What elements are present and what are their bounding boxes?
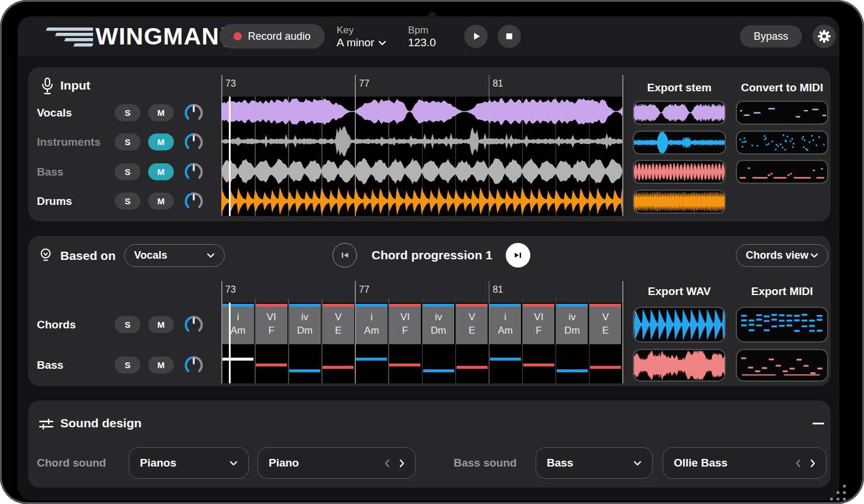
next-preset-icon[interactable] [399, 459, 404, 468]
chord-cell[interactable]: iAm [222, 307, 254, 344]
chord-category-dropdown[interactable]: Pianos [129, 447, 249, 479]
chevron-down-icon [207, 253, 215, 258]
chords-view-dropdown[interactable]: Chords view [736, 244, 828, 267]
export-midi-bassline-button[interactable] [736, 349, 828, 382]
solo-button-bassline[interactable]: S [115, 356, 140, 373]
previous-preset-icon[interactable] [796, 459, 801, 468]
track-label-instruments: Instruments [37, 136, 101, 149]
bass-note[interactable] [490, 358, 521, 361]
gain-knob-vocals[interactable] [184, 103, 204, 123]
export-stem-vocals-button[interactable] [633, 101, 726, 125]
export-stem-bass-button[interactable] [633, 160, 726, 184]
mute-button-bassline[interactable]: M [148, 356, 174, 373]
chord-cell[interactable]: VIF [523, 307, 554, 344]
chord-roman: VI [389, 311, 421, 324]
chord-roman: i [222, 311, 254, 324]
bar-number: 73 [225, 284, 236, 295]
chord-roman: iv [423, 311, 454, 324]
convert-midi-instruments-button[interactable] [736, 131, 828, 155]
stem-bass-waveform [634, 161, 725, 183]
bass-category-dropdown[interactable]: Bass [536, 447, 653, 479]
bass-note[interactable] [222, 358, 253, 361]
bass-note[interactable] [457, 366, 488, 369]
bass-note[interactable] [289, 369, 320, 372]
chord-cell[interactable]: ivDm [423, 307, 454, 344]
bpm-value[interactable]: 123.0 [408, 36, 436, 49]
stem-instruments-waveform [634, 132, 725, 153]
previous-preset-icon[interactable] [385, 459, 390, 468]
chord-cell[interactable]: iAm [356, 307, 388, 344]
convert-midi-bass-button[interactable] [736, 160, 828, 184]
bass-note[interactable] [423, 369, 454, 372]
playhead[interactable] [229, 303, 231, 383]
bass-note[interactable] [323, 366, 354, 369]
solo-button-vocals[interactable]: S [115, 104, 140, 121]
chord-name: Am [222, 324, 254, 338]
chord-roman: V [589, 311, 621, 324]
mute-button-instruments[interactable]: M [148, 133, 174, 150]
chord-preset-selector[interactable]: Piano [258, 447, 416, 479]
chord-name: Dm [556, 324, 588, 338]
gain-knob-chords[interactable] [184, 315, 204, 335]
gain-knob-bass[interactable] [184, 162, 204, 182]
bass-note[interactable] [523, 364, 554, 366]
chord-roman: iv [289, 311, 321, 324]
bar-number: 81 [493, 78, 503, 89]
collapse-panel-button[interactable] [812, 423, 824, 424]
bass-note[interactable] [590, 366, 621, 369]
gain-knob-instruments[interactable] [184, 132, 204, 152]
solo-button-drums[interactable]: S [115, 193, 140, 210]
solo-button-instruments[interactable]: S [115, 133, 140, 150]
mute-button-chords[interactable]: M [148, 316, 174, 333]
play-button[interactable] [464, 25, 488, 48]
chord-cell[interactable]: ivDm [289, 307, 321, 344]
next-progression-button[interactable] [506, 243, 530, 268]
bass-note[interactable] [256, 364, 287, 366]
track-waveform-vocals [221, 97, 622, 126]
playhead[interactable] [229, 97, 231, 216]
chord-sound-label: Chord sound [37, 457, 106, 469]
export-wav-bass-button[interactable] [633, 349, 726, 382]
previous-progression-button[interactable] [332, 243, 357, 268]
export-midi-chords-button[interactable] [736, 307, 828, 342]
chord-cell[interactable]: iAm [489, 307, 521, 344]
solo-button-bass[interactable]: S [115, 163, 140, 180]
mute-button-drums[interactable]: M [148, 193, 174, 210]
next-preset-icon[interactable] [810, 459, 815, 468]
input-panel-title: Input [60, 78, 90, 92]
chord-cell[interactable]: VE [456, 307, 488, 344]
knob-icon [184, 355, 204, 375]
bass-note[interactable] [389, 364, 420, 366]
row-label-chords: Chords [37, 318, 76, 331]
stem-vocals-waveform [634, 102, 725, 124]
solo-button-chords[interactable]: S [115, 316, 140, 333]
progression-grid[interactable]: 737781iAmVIFivDmVEiAmVIFivDmVEiAmVIFivDm… [221, 281, 622, 383]
gain-knob-bassline[interactable] [184, 355, 204, 375]
chord-cell[interactable]: VIF [256, 307, 287, 344]
settings-button[interactable] [812, 25, 836, 48]
export-stem-drums-button[interactable] [633, 190, 726, 214]
chord-cell[interactable]: VE [589, 307, 621, 344]
key-selector[interactable]: A minor [337, 36, 386, 49]
bass-note[interactable] [557, 369, 588, 372]
chord-roman: VI [256, 311, 287, 324]
chord-cell[interactable]: VE [323, 307, 354, 344]
convert-midi-vocals-button[interactable] [736, 101, 828, 125]
sound-design-title: Sound design [60, 416, 142, 430]
mute-button-vocals[interactable]: M [148, 104, 174, 121]
gain-knob-drums[interactable] [184, 191, 204, 211]
bass-preset-selector[interactable]: Ollie Bass [663, 447, 827, 479]
export-stem-instruments-button[interactable] [633, 131, 726, 155]
chord-cell[interactable]: VIF [389, 307, 421, 344]
stop-button[interactable] [498, 25, 521, 48]
export-wav-chords-button[interactable] [633, 307, 726, 342]
record-audio-button[interactable]: Record audio [220, 24, 325, 49]
stem-drums-waveform [634, 191, 725, 212]
bypass-button[interactable]: Bypass [740, 25, 802, 47]
mute-button-bass[interactable]: M [148, 163, 174, 180]
resize-grip[interactable] [830, 485, 849, 502]
input-timeline-grid[interactable]: 737781 [221, 75, 622, 216]
chord-cell[interactable]: ivDm [556, 307, 588, 344]
bass-note[interactable] [356, 358, 387, 361]
based-on-source-dropdown[interactable]: Vocals [124, 244, 225, 267]
